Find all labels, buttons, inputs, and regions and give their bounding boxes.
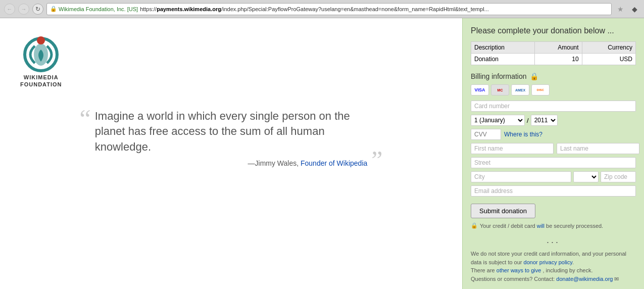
year-select[interactable]: 2011 2012 2013 2014 2015 (531, 115, 558, 126)
panel-title: Please complete your donation below ... (471, 26, 636, 35)
url-display: https://payments.wikimedia.org/index.php… (140, 6, 489, 12)
left-section: WIKIMEDIA FOUNDATION “ Imagine a world i… (0, 18, 462, 289)
row-currency: USD (582, 54, 635, 65)
state-select[interactable]: ALAKAZCA COFLGANY TXWA (573, 171, 599, 182)
browser-chrome: ← → ↻ 🔒 Wikimedia Foundation, Inc. [US] … (0, 0, 644, 18)
wikimedia-logo (21, 33, 61, 74)
cvv-row: Where is this? (471, 129, 636, 140)
page-content: WIKIMEDIA FOUNDATION “ Imagine a world i… (0, 18, 644, 289)
street-row (471, 157, 636, 168)
street-input[interactable] (471, 157, 636, 168)
security-lock-icon: 🔒 (530, 72, 538, 80)
col-currency: Currency (582, 42, 635, 54)
last-name-input[interactable] (557, 143, 639, 154)
quote-mark-right: ” (371, 147, 382, 172)
zip-input[interactable] (601, 171, 636, 182)
attribution-name: Founder of Wikipedia (301, 159, 367, 167)
submit-row: Submit donation (471, 200, 636, 222)
visa-icon: VISA (471, 84, 489, 95)
amex-icon: AMEX (511, 84, 529, 95)
email-row (471, 185, 636, 197)
mastercard-icon: MC (491, 84, 509, 95)
other-ways-link[interactable]: other ways to give (497, 267, 541, 273)
secure-indicator: 🔒 Wikimedia Foundation, Inc. [US] (50, 6, 138, 12)
card-icons: VISA MC AMEX DISC (471, 84, 636, 95)
forward-button[interactable]: → (18, 4, 29, 15)
donation-panel: Please complete your donation below ... … (462, 18, 644, 289)
quote-attribution: —Jimmy Wales, Founder of Wikipedia (95, 159, 368, 167)
billing-header: Billing information 🔒 (471, 72, 636, 80)
secure-note-lock-icon: 🔒 (471, 222, 478, 229)
col-description: Description (471, 42, 535, 54)
card-number-input[interactable] (471, 101, 636, 112)
cvv-input[interactable] (471, 129, 501, 140)
quote-text: Imagine a world in which every single pe… (95, 109, 368, 155)
logo-text: WIKIMEDIA FOUNDATION (20, 74, 62, 88)
footer-text: We do not store your credit card informa… (471, 250, 636, 283)
table-row: Donation 10 USD (471, 54, 636, 65)
card-number-row (471, 101, 636, 112)
address-bar[interactable]: 🔒 Wikimedia Foundation, Inc. [US] https:… (46, 3, 612, 15)
reload-button[interactable]: ↻ (32, 4, 43, 15)
secure-note: 🔒 Your credit / debit card will be secur… (471, 222, 636, 229)
discover-icon: DISC (531, 84, 550, 95)
lock-icon: 🔒 (50, 6, 57, 12)
date-separator: / (527, 117, 529, 124)
col-amount: Amount (534, 42, 582, 54)
contact-email-link[interactable]: donate@wikimedia.org (556, 276, 613, 282)
cvv-help-link[interactable]: Where is this? (504, 131, 542, 138)
city-input[interactable] (471, 171, 571, 182)
billing-title: Billing information (471, 72, 527, 80)
name-row (471, 143, 636, 154)
divider-dots: ... (471, 235, 636, 246)
email-icon: ✉ (614, 276, 619, 282)
svg-point-2 (37, 36, 45, 44)
extension-button[interactable]: ◆ (629, 4, 640, 15)
row-amount: 10 (534, 54, 582, 65)
logo-area: WIKIMEDIA FOUNDATION (20, 33, 62, 88)
first-name-input[interactable] (471, 143, 554, 154)
quote-area: “ Imagine a world in which every single … (80, 109, 383, 167)
donation-table: Description Amount Currency Donation 10 … (471, 41, 636, 65)
quote-text-area: Imagine a world in which every single pe… (95, 109, 368, 167)
submit-button[interactable]: Submit donation (471, 204, 535, 218)
city-zip-row: ALAKAZCA COFLGANY TXWA (471, 171, 636, 182)
back-button[interactable]: ← (4, 4, 15, 15)
expiry-date-row: 1 (January) 2 (February) 3 (March) 4 (Ap… (471, 115, 636, 126)
month-select[interactable]: 1 (January) 2 (February) 3 (March) 4 (Ap… (471, 115, 525, 126)
email-input[interactable] (471, 185, 636, 197)
bookmark-button[interactable]: ★ (615, 4, 626, 15)
donor-privacy-link[interactable]: donor privacy policy (524, 259, 572, 265)
quote-mark-left: “ (80, 106, 91, 131)
row-description: Donation (471, 54, 535, 65)
